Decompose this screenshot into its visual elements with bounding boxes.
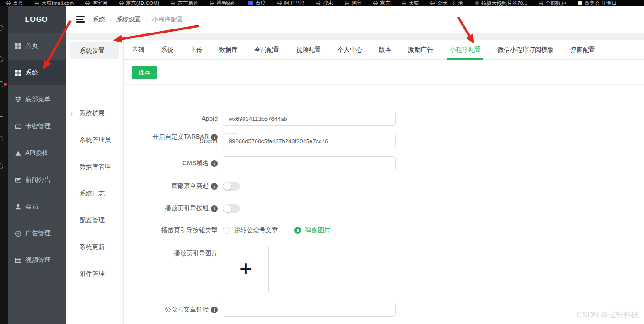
submenu-item-database[interactable]: 数据库管理 (66, 162, 123, 171)
bookmark-item[interactable]: 京东(JD.COM) (119, 0, 160, 6)
form-row: Secret (124, 134, 396, 148)
grid-icon (15, 70, 21, 76)
breadcrumb-system-settings[interactable]: 系统设置 (116, 16, 141, 24)
bookmark-item[interactable]: 百度 (6, 0, 23, 6)
globe-icon (85, 1, 90, 5)
edge-strip (0, 6, 8, 324)
sidebar-item-ads[interactable]: A 广告管理 (8, 221, 66, 246)
submenu-item-system-extension[interactable]: › 系统扩展 (66, 108, 123, 117)
save-button[interactable]: 保存 (132, 66, 157, 79)
article-link-field[interactable] (223, 303, 396, 317)
tab-miniprogram-config[interactable]: 小程序配置 (450, 40, 481, 60)
breadcrumb-system[interactable]: 系统 (93, 16, 105, 24)
bookmark-item[interactable]: 阿里巴巴 (277, 0, 304, 6)
edge-icon-fragment (0, 25, 3, 31)
field-label: 播放页引导图片 (174, 249, 218, 258)
sidebar-item-videos[interactable]: 视频管理 (8, 248, 66, 273)
field-label: 公众号文章链接 (165, 306, 209, 314)
tab-profile[interactable]: 个人中心 (337, 40, 362, 60)
globe-icon (373, 1, 378, 5)
main-content: 基础 系统 上传 数据库 全局配置 视频配置 个人中心 版本 激励广告 小程序配… (124, 40, 644, 324)
bookmark-item[interactable]: 携程旅行 (210, 0, 237, 6)
bookmark-item[interactable]: 天猫tmall.com (35, 0, 74, 6)
bookmark-item[interactable]: 天猫 (402, 0, 419, 6)
white-square-icon (578, 1, 582, 5)
submenu-item-system-logs[interactable]: 系统日志 (66, 189, 123, 198)
tab-database[interactable]: 数据库 (219, 40, 238, 60)
tab-reward-ads[interactable]: 激励广告 (408, 40, 433, 60)
globe-icon (277, 1, 282, 5)
tab-video-config[interactable]: 视频配置 (296, 40, 321, 60)
toggle-knob (223, 183, 231, 190)
svg-text:A: A (17, 232, 19, 236)
sidebar-item-news[interactable]: 新闻公告 (8, 167, 66, 192)
sidebar-item-system[interactable]: 系统 (8, 60, 66, 85)
menu-collapse-icon[interactable] (76, 16, 85, 23)
bookmark-item[interactable]: 苏宁易购 (171, 0, 198, 6)
bottom-menu-raised-toggle[interactable] (223, 182, 240, 191)
form-row: 播放页引导图片 + (124, 247, 269, 292)
bookmark-item[interactable]: 搜索 (316, 0, 333, 6)
submenu-item-system-admins[interactable]: 系统管理员 (66, 135, 123, 144)
bookmark-item[interactable]: 淘宝网 (85, 0, 108, 6)
tab-upload[interactable]: 上传 (190, 40, 202, 60)
bookmark-item[interactable]: 金大玉汇录 (430, 0, 463, 6)
breadcrumb-separator: › (146, 16, 148, 23)
tab-version[interactable]: 版本 (379, 40, 391, 60)
bookmark-item[interactable]: 全部账户 (539, 0, 566, 6)
cms-domain-field[interactable] (223, 156, 396, 170)
edge-icon-fragment (0, 163, 3, 169)
sidebar-item-card-keys[interactable]: 卡密管理 (8, 114, 66, 139)
submenu-item-system-settings[interactable]: 系统设置 (70, 42, 119, 59)
bookmark-label: 苏宁易购 (177, 0, 198, 6)
globe-icon (6, 1, 11, 5)
bookmark-item[interactable]: 淘宝 (345, 0, 362, 6)
submenu-item-label: 系统扩展 (80, 109, 105, 116)
sidebar-item-api-auth[interactable]: API授权 (8, 141, 66, 166)
sidebar-item-label: 系统 (25, 69, 38, 77)
radio-label[interactable]: 弹窗图片 (305, 226, 330, 234)
tab-system[interactable]: 系统 (161, 40, 173, 60)
tab-basic[interactable]: 基础 (132, 40, 144, 60)
sidebar-item-bottom-menu[interactable]: 底部菜单 (8, 87, 66, 112)
sidebar-item-label: 广告管理 (25, 229, 51, 237)
field-label: 播放页引导按钮 (165, 204, 209, 212)
tab-wechat-subscribe-template[interactable]: 微信小程序订阅模版 (497, 40, 554, 60)
radio-label[interactable]: 跳转公众号文章 (234, 226, 278, 234)
submenu-item-system-update[interactable]: 系统更新 (66, 242, 123, 251)
sidebar-item-label: 视频管理 (25, 256, 51, 264)
info-icon[interactable] (211, 307, 218, 313)
tab-global-config[interactable]: 全局配置 (254, 40, 279, 60)
field-label: 播放页引导按钮类型 (161, 226, 218, 234)
globe-icon (35, 1, 39, 5)
grid-icon (15, 43, 21, 50)
sidebar-item-home[interactable]: 首页 (8, 33, 66, 58)
appid-field[interactable] (223, 112, 396, 126)
field-label: Secret (200, 137, 218, 145)
tab-popup-config[interactable]: 弹窗配置 (570, 40, 595, 60)
breadcrumb-separator: › (109, 16, 112, 23)
bookmark-item[interactable]: 京东 (373, 0, 390, 6)
submenu-item-config[interactable]: 配置管理 (66, 216, 123, 224)
play-guide-button-toggle[interactable] (223, 204, 240, 213)
info-icon[interactable] (211, 183, 218, 190)
sidebar-item-members[interactable]: 会员 (8, 194, 66, 219)
info-icon[interactable] (211, 160, 218, 167)
radio-jump-article[interactable] (223, 227, 230, 234)
upload-image-box[interactable]: + (223, 247, 269, 292)
page-gap (66, 33, 644, 40)
sidebar-item-label: API授权 (25, 149, 48, 157)
bookmark-label: 拍摄大额照片的70... (481, 0, 527, 6)
globe-icon (430, 1, 435, 5)
submenu-item-attachments[interactable]: 附件管理 (66, 269, 123, 278)
info-icon[interactable] (211, 205, 218, 212)
bookmark-label: 百度 (13, 0, 23, 6)
bookmark-label: 京东(JD.COM) (126, 0, 160, 6)
radio-popup-image[interactable] (294, 227, 301, 234)
secret-field[interactable] (223, 134, 396, 148)
sidebar-item-label: 会员 (25, 203, 38, 211)
bookmark-item[interactable]: 百度 (248, 0, 265, 6)
bookmark-item[interactable]: 拍摄大额照片的70... (475, 0, 527, 6)
bookmark-item[interactable]: 盒美会 汪明日 (578, 0, 617, 6)
notification-dot (4, 83, 7, 86)
